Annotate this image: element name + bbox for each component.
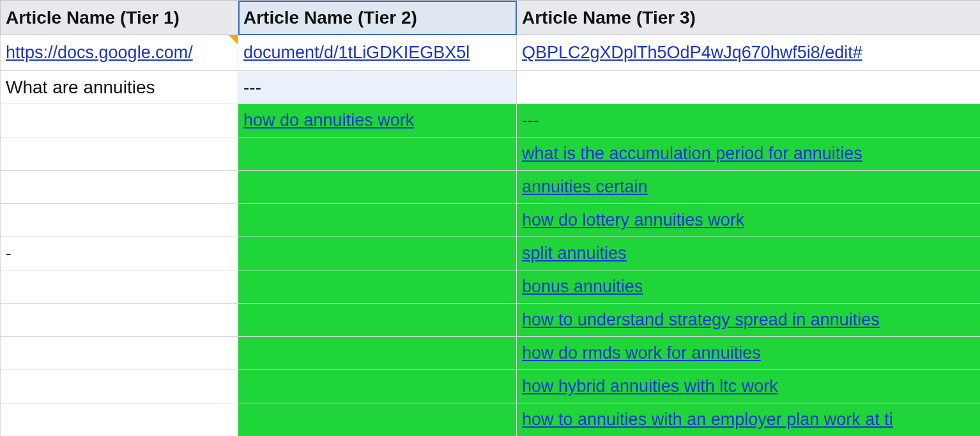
table-row: how do annuities work --- <box>1 104 981 137</box>
table-row: - split annuities <box>1 237 981 270</box>
tier2-green-cell[interactable] <box>238 304 517 337</box>
tier2-green-cell[interactable] <box>238 370 517 403</box>
url-row: https://docs.google.com/ document/d/1tLi… <box>1 35 981 71</box>
tier2-green-cell[interactable] <box>238 270 517 304</box>
url-cell-part1[interactable]: https://docs.google.com/ <box>1 35 238 71</box>
table-row: how do rmds work for annuities <box>1 337 981 370</box>
tier1-empty-cell[interactable] <box>1 171 238 204</box>
table-row: how do lottery annuities work <box>1 204 981 237</box>
tier2-dash-cell[interactable]: --- <box>238 71 517 104</box>
tier3-link-cell[interactable]: what is the accumulation period for annu… <box>517 137 981 171</box>
table-row: how to understand strategy spread in ann… <box>1 304 981 337</box>
tier3-link-cell[interactable]: how do rmds work for annuities <box>517 337 981 370</box>
header-row: Article Name (Tier 1) Article Name (Tier… <box>1 1 981 35</box>
tier1-topic-cell[interactable]: What are annuities <box>1 71 238 104</box>
tier1-empty-cell[interactable] <box>1 403 238 437</box>
tier1-empty-cell[interactable] <box>1 104 238 137</box>
spreadsheet-table: Article Name (Tier 1) Article Name (Tier… <box>0 0 980 436</box>
table-row: how hybrid annuities with ltc work <box>1 370 981 403</box>
tier3-link-cell[interactable]: split annuities <box>517 237 981 270</box>
header-tier2[interactable]: Article Name (Tier 2) <box>238 1 517 35</box>
tier2-green-cell[interactable] <box>238 403 517 437</box>
tier1-empty-cell[interactable] <box>1 370 238 403</box>
tier1-empty-cell[interactable] <box>1 137 238 171</box>
tier3-link-cell[interactable]: bonus annuities <box>517 270 981 304</box>
tier1-dash-cell[interactable]: - <box>1 237 238 270</box>
tier2-link-cell[interactable]: how do annuities work <box>238 104 517 137</box>
header-tier3[interactable]: Article Name (Tier 3) <box>517 1 981 35</box>
url-cell-part3[interactable]: QBPLC2gXDplTh5OdP4wJq670hwf5i8/edit# <box>517 35 981 71</box>
tier1-empty-cell[interactable] <box>1 337 238 370</box>
tier3-link-cell[interactable]: how do lottery annuities work <box>517 204 981 237</box>
tier3-link-cell[interactable]: how hybrid annuities with ltc work <box>517 370 981 403</box>
tier2-green-cell[interactable] <box>238 337 517 370</box>
tier3-link-cell[interactable]: how to annuities with an employer plan w… <box>517 403 981 437</box>
tier2-green-cell[interactable] <box>238 137 517 171</box>
tier3-empty-cell[interactable] <box>517 71 981 104</box>
tier2-green-cell[interactable] <box>238 204 517 237</box>
url-cell-part2[interactable]: document/d/1tLiGDKIEGBX5l <box>238 35 517 71</box>
table-row: what is the accumulation period for annu… <box>1 137 981 171</box>
table-row: bonus annuities <box>1 270 981 304</box>
tier1-empty-cell[interactable] <box>1 204 238 237</box>
tier1-empty-cell[interactable] <box>1 270 238 304</box>
base-row: What are annuities --- <box>1 71 981 104</box>
tier2-green-cell[interactable] <box>238 171 517 204</box>
tier2-green-cell[interactable] <box>238 237 517 270</box>
tier3-link-cell[interactable]: annuities certain <box>517 171 981 204</box>
table-row: annuities certain <box>1 171 981 204</box>
table-row: how to annuities with an employer plan w… <box>1 403 981 437</box>
header-tier1[interactable]: Article Name (Tier 1) <box>1 1 238 35</box>
tier3-dash-cell[interactable]: --- <box>517 104 981 137</box>
tier1-empty-cell[interactable] <box>1 304 238 337</box>
tier3-link-cell[interactable]: how to understand strategy spread in ann… <box>517 304 981 337</box>
